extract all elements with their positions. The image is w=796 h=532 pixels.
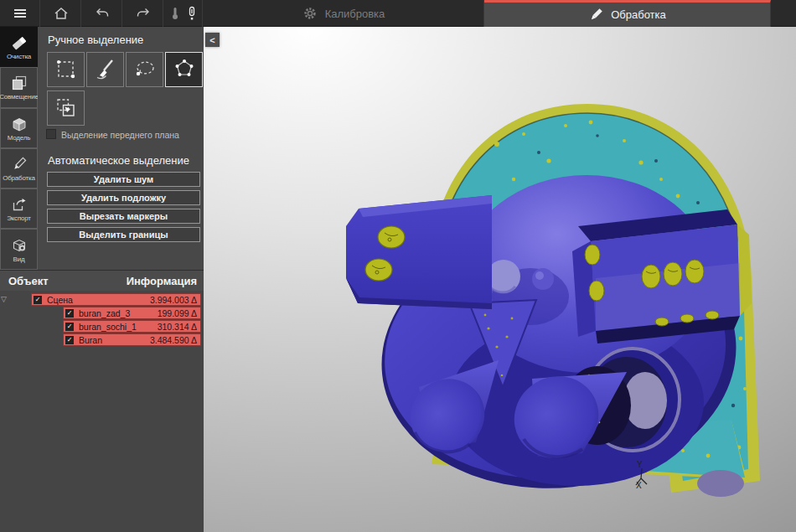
object-panel: Объект Информация ✓ Сцена 3.994.003 Δ ✓ … xyxy=(0,270,204,532)
pencil-icon xyxy=(588,7,604,23)
export-arrow-icon xyxy=(10,195,28,214)
row-name: Buran xyxy=(79,335,102,345)
object-row-buran[interactable]: ✓ Buran 3.484.590 Δ xyxy=(63,333,201,346)
object-column-label: Объект xyxy=(8,275,49,287)
rail-item-alignment[interactable]: Совмещение xyxy=(0,67,38,107)
scan-sphere-small xyxy=(532,268,554,290)
row-info: 199.099 Δ xyxy=(158,308,197,318)
tab-calibration[interactable]: Калибровка xyxy=(203,0,484,27)
through-select-icon xyxy=(54,96,79,121)
scan-right-box xyxy=(572,209,752,343)
foreground-selection-checkbox[interactable] xyxy=(46,129,56,139)
rail-item-label: Экспорт xyxy=(7,214,31,222)
scan-left-box xyxy=(346,195,492,309)
tools-panel: Ручное выделение xyxy=(38,27,204,270)
row-name: buran_sochi_1 xyxy=(79,322,137,332)
home-icon xyxy=(53,5,70,22)
home-button[interactable] xyxy=(41,0,81,27)
brush-select-icon xyxy=(93,57,118,82)
row-checkbox[interactable]: ✓ xyxy=(65,336,74,344)
lasso-select-icon xyxy=(132,57,158,82)
manual-selection-header: Ручное выделение xyxy=(48,34,143,46)
scan-model-render: Z Y X xyxy=(204,27,796,532)
rect-select-icon xyxy=(54,57,79,82)
rect-select-tool[interactable] xyxy=(47,52,85,87)
axis-label-y: Y xyxy=(637,460,643,469)
rail-item-label: Вид xyxy=(13,256,25,263)
gear-icon xyxy=(302,5,318,22)
align-squares-icon xyxy=(10,74,28,92)
row-info: 3.994.003 Δ xyxy=(150,295,197,305)
brush-select-tool[interactable] xyxy=(86,52,124,87)
row-info: 3.484.590 Δ xyxy=(150,335,197,345)
rail-item-label: Обработка xyxy=(3,174,35,182)
rail-item-export[interactable]: Экспорт xyxy=(0,189,38,229)
object-row-scene[interactable]: ✓ Сцена 3.994.003 Δ xyxy=(31,293,201,306)
tab-calibration-label: Калибровка xyxy=(325,8,385,20)
row-checkbox[interactable]: ✓ xyxy=(34,296,42,304)
cut-markers-button[interactable]: Вырезать маркеры xyxy=(47,209,200,224)
thermometer-alert-icon xyxy=(186,5,198,22)
menu-button[interactable] xyxy=(0,0,40,27)
rail-item-label: Совмещение xyxy=(0,93,39,101)
hamburger-icon xyxy=(12,5,28,22)
3d-viewport[interactable]: < xyxy=(204,27,796,532)
app-window: Калибровка Обработка Очистка xyxy=(0,0,796,532)
sidebar-rail: Очистка Совмещение Модель xyxy=(0,27,38,270)
undo-button[interactable] xyxy=(82,0,122,27)
object-row-buran-sochi-1[interactable]: ✓ buran_sochi_1 310.314 Δ xyxy=(63,320,201,333)
row-checkbox[interactable]: ✓ xyxy=(65,309,74,318)
axis-label-x: X xyxy=(636,481,642,490)
object-list-header: Объект Информация xyxy=(0,271,204,291)
remove-base-button[interactable]: Удалить подложку xyxy=(47,190,200,205)
select-boundaries-button[interactable]: Выделить границы xyxy=(47,227,200,242)
tab-processing[interactable]: Обработка xyxy=(484,0,771,27)
rail-item-processing[interactable]: Обработка xyxy=(0,148,38,189)
tab-processing-label: Обработка xyxy=(611,8,666,21)
undo-icon xyxy=(93,5,111,22)
row-info: 310.314 Δ xyxy=(158,322,197,332)
temperature-button[interactable] xyxy=(164,0,203,27)
scan-purple-patch xyxy=(697,470,744,497)
rail-item-cleaning[interactable]: Очистка xyxy=(0,27,38,67)
foreground-selection-label: Выделение переднего плана xyxy=(61,130,179,140)
tree-expander-icon[interactable]: ▽ xyxy=(1,295,7,303)
view-cube-eye-icon xyxy=(10,236,28,255)
polygon-select-icon xyxy=(172,57,197,82)
eraser-icon xyxy=(10,34,28,52)
thermometer-icon xyxy=(169,5,181,22)
pencil-icon xyxy=(10,155,28,173)
model-cube-icon xyxy=(10,115,28,133)
polygon-select-tool[interactable] xyxy=(165,52,203,87)
lasso-select-tool[interactable] xyxy=(126,52,163,87)
rail-item-view[interactable]: Вид xyxy=(0,229,38,269)
redo-icon xyxy=(134,5,152,22)
info-column-label: Информация xyxy=(127,275,197,287)
row-name: Сцена xyxy=(47,295,73,305)
rail-item-label: Очистка xyxy=(7,53,31,60)
row-name: buran_zad_3 xyxy=(79,308,130,318)
through-select-tool[interactable] xyxy=(47,90,85,126)
rail-item-label: Модель xyxy=(8,134,31,142)
toolbar: Калибровка Обработка xyxy=(0,0,796,27)
remove-noise-button[interactable]: Удалить шум xyxy=(47,172,200,187)
object-row-buran-zad-3[interactable]: ✓ buran_zad_3 199.099 Δ xyxy=(63,307,201,319)
redo-button[interactable] xyxy=(123,0,163,27)
row-checkbox[interactable]: ✓ xyxy=(65,323,74,331)
auto-selection-header: Автоматическое выделение xyxy=(48,154,189,167)
rail-item-model[interactable]: Модель xyxy=(0,108,38,148)
